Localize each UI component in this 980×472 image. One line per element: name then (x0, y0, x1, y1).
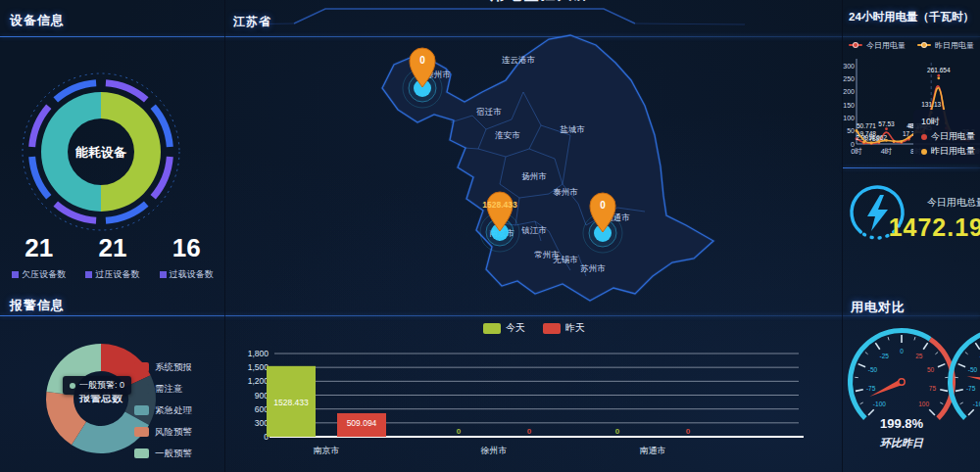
svg-text:-75: -75 (866, 385, 876, 392)
alarm-tooltip-text: 一般预警: 0 (79, 380, 124, 390)
stat-undervoltage: 21 欠压设备数 (2, 233, 75, 281)
svg-text:0时: 0时 (851, 147, 862, 156)
tooltip-row: 昨日用电量 (921, 144, 980, 159)
svg-text:261.654: 261.654 (927, 67, 951, 73)
svg-text:57.53: 57.53 (878, 120, 895, 127)
map-city-label: 盐城市 (560, 124, 585, 134)
legend-chip-icon (134, 362, 149, 372)
stat-value: 16 (150, 233, 223, 262)
svg-text:1,200: 1,200 (248, 376, 270, 386)
svg-text:50.771: 50.771 (857, 122, 876, 129)
stat-overvoltage: 21 过压设备数 (75, 233, 149, 281)
svg-text:0: 0 (900, 348, 904, 354)
page-title: 2021-12-17 用电监控大屏 (323, 0, 657, 8)
map-city-label: 扬州市 (521, 171, 547, 181)
dashboard-root: 2021-12-17 用电监控大屏 设备信息 能耗设备 21 欠压设备数 21 … (0, 0, 980, 472)
alarm-legend-item[interactable]: 风险预警 (134, 421, 192, 443)
legend-label: 今日用电量 (866, 40, 906, 51)
legend-label: 紧急处理 (155, 404, 192, 417)
map-panel-title: 江苏省 (233, 14, 271, 30)
map-city-label: 苏州市 (580, 263, 606, 273)
tooltip-dot-icon (921, 149, 927, 155)
svg-text:0: 0 (419, 55, 425, 66)
svg-text:300: 300 (843, 63, 855, 70)
alarm-tooltip: 一般预警: 0 (63, 376, 131, 395)
stat-overload: 16 过载设备数 (150, 233, 223, 281)
svg-text:1528.433: 1528.433 (273, 398, 309, 407)
svg-text:南京市: 南京市 (314, 446, 340, 455)
map-city-label: 无锡市 (553, 255, 578, 264)
svg-text:200: 200 (843, 88, 855, 95)
legend-label: 需注意 (155, 383, 183, 396)
svg-text:150: 150 (843, 102, 855, 109)
legend-chip-icon (134, 448, 149, 458)
jiangsu-map[interactable]: 连云港市徐州市宿迁市淮安市盐城市扬州市泰州市南京市镇江市南通市常州市无锡市苏州市… (225, 29, 843, 318)
city-consumption-bar-chart[interactable]: 03006009001,2001,5001,8001528.43300509.0… (225, 315, 843, 472)
bullet-icon (85, 271, 92, 278)
line-chart-tooltip: 10时 今日用电量昨日用电量 (913, 110, 980, 164)
map-city-label: 泰州市 (553, 187, 578, 197)
stat-label: 欠压设备数 (22, 269, 66, 279)
alarm-panel-title: 报警信息 (10, 297, 65, 314)
gauge-label: 环比昨日 (862, 436, 941, 450)
power-total-label: 今日用电总量 (904, 196, 980, 210)
line-legend-item[interactable]: 今日用电量 (849, 40, 906, 51)
tooltip-row-label: 昨日用电量 (931, 146, 975, 156)
power-panel-divider (843, 167, 980, 168)
stat-value: 21 (75, 233, 149, 262)
svg-text:-75: -75 (966, 385, 976, 392)
svg-text:50: 50 (847, 127, 855, 134)
svg-text:南通市: 南通市 (640, 446, 666, 455)
alarm-legend-item[interactable]: 需注意 (134, 378, 192, 400)
map-city-label: 连云港市 (502, 55, 536, 65)
legend-line-marker-icon (917, 44, 931, 46)
stat-label: 过压设备数 (95, 269, 139, 279)
svg-text:-25: -25 (880, 353, 890, 359)
bullet-icon (12, 271, 19, 278)
svg-text:0: 0 (600, 200, 606, 211)
line-legend-item[interactable]: 昨日用电量 (917, 40, 974, 51)
svg-text:131.13: 131.13 (921, 101, 941, 108)
tooltip-row-label: 今日用电量 (931, 131, 975, 141)
svg-text:100: 100 (918, 401, 929, 407)
alarm-legend[interactable]: 系统预报需注意紧急处理风险预警一般预警 (134, 356, 192, 464)
legend-chip-icon (134, 405, 149, 415)
legend-label: 系统预报 (155, 361, 192, 374)
alarm-legend-item[interactable]: 紧急处理 (134, 400, 192, 421)
svg-text:0: 0 (527, 427, 532, 436)
legend-label: 风险预警 (155, 426, 192, 439)
device-panel-title: 设备信息 (10, 12, 65, 29)
legend-chip-icon (134, 427, 149, 437)
device-donut-chart[interactable]: 能耗设备 (0, 51, 225, 237)
device-stats: 21 欠压设备数 21 过压设备数 16 过载设备数 (2, 233, 223, 281)
legend-label: 一般预警 (155, 448, 192, 460)
tooltip-dot-icon (70, 383, 75, 389)
map-city-label: 淮安市 (495, 130, 520, 140)
stat-value: 21 (2, 233, 75, 262)
bullet-icon (160, 271, 167, 278)
svg-text:100: 100 (843, 115, 855, 121)
svg-text:1528.433: 1528.433 (482, 200, 517, 210)
svg-text:能耗设备: 能耗设备 (75, 145, 127, 160)
svg-text:4时: 4时 (881, 147, 893, 156)
alarm-legend-item[interactable]: 一般预警 (134, 443, 192, 464)
power-total-value: 1472.19 (886, 213, 980, 242)
stat-label: 过载设备数 (170, 269, 214, 279)
legend-line-marker-icon (849, 44, 862, 46)
svg-text:-100: -100 (973, 401, 980, 407)
svg-text:0: 0 (457, 427, 462, 436)
svg-text:-50: -50 (968, 366, 978, 373)
svg-text:-50: -50 (868, 366, 878, 373)
legend-label: 昨日用电量 (935, 40, 974, 51)
alarm-legend-item[interactable]: 系统预报 (134, 356, 192, 378)
svg-text:509.094: 509.094 (347, 418, 377, 428)
svg-text:0: 0 (615, 427, 620, 436)
tooltip-time: 10时 (921, 115, 980, 129)
legend-chip-icon (134, 384, 149, 394)
svg-text:-100: -100 (873, 401, 886, 407)
tooltip-dot-icon (921, 134, 927, 140)
gauge-value: 199.8% (862, 416, 941, 431)
tooltip-row: 今日用电量 (921, 129, 980, 144)
svg-text:75: 75 (929, 385, 937, 392)
svg-text:1,800: 1,800 (248, 349, 270, 358)
